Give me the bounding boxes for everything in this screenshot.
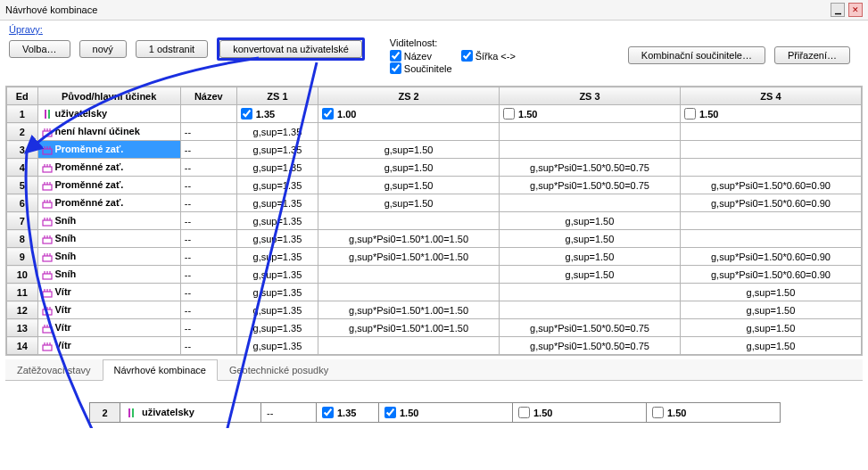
col-zs2[interactable]: ZS 2: [318, 87, 500, 105]
cell-zs3[interactable]: g,sup=1.50: [500, 212, 681, 230]
konvertovat-button[interactable]: konvertovat na uživatelské: [219, 40, 362, 58]
bottom-rownum[interactable]: 2: [90, 403, 120, 423]
cell-puvod[interactable]: Sníh: [37, 248, 180, 266]
cell-zs3[interactable]: g,sup=1.50: [500, 248, 681, 266]
cell-zs2[interactable]: g,sup*Psi0=1.50*1.00=1.50: [318, 319, 500, 337]
row-number[interactable]: 3: [7, 141, 38, 159]
row-number[interactable]: 13: [7, 319, 38, 337]
cell-nazev[interactable]: --: [180, 194, 236, 212]
cell-zs1[interactable]: g,sup=1.35: [236, 284, 318, 301]
col-puvod[interactable]: Původ/hlavní účinek: [37, 87, 180, 105]
zs2-check[interactable]: [322, 108, 334, 120]
cell-zs2[interactable]: [318, 266, 500, 284]
cell-zs2[interactable]: 1.00: [318, 105, 500, 123]
cell-nazev[interactable]: --: [180, 159, 236, 177]
cell-zs3[interactable]: [500, 284, 681, 301]
tab-geo[interactable]: Geotechnické posudky: [218, 359, 340, 380]
cell-zs3[interactable]: [500, 141, 681, 159]
cell-puvod[interactable]: Sníh: [37, 212, 180, 230]
cell-zs4[interactable]: g,sup=1.50: [680, 337, 861, 355]
row-number[interactable]: 11: [7, 284, 38, 301]
table-row[interactable]: 5Proměnné zať.--g,sup=1.35g,sup=1.50g,su…: [7, 177, 862, 194]
row-number[interactable]: 2: [7, 123, 38, 141]
cell-zs1[interactable]: g,sup=1.35: [236, 177, 318, 194]
cell-nazev[interactable]: --: [180, 248, 236, 266]
cell-zs1[interactable]: g,sup=1.35: [236, 337, 318, 355]
row-number[interactable]: 5: [7, 177, 38, 194]
bottom-zs3-check[interactable]: [518, 407, 530, 418]
bottom-zs4[interactable]: 1.50: [647, 403, 781, 423]
novy-button[interactable]: nový: [79, 40, 127, 58]
cell-zs4[interactable]: [680, 212, 861, 230]
cell-nazev[interactable]: --: [180, 266, 236, 284]
prirazeni-button[interactable]: Přiřazení…: [774, 46, 850, 64]
close-button[interactable]: ✕: [848, 3, 863, 17]
cell-zs4[interactable]: [680, 230, 861, 248]
cell-zs2[interactable]: [318, 212, 500, 230]
cell-zs3[interactable]: g,sup*Psi0=1.50*0.50=0.75: [500, 177, 681, 194]
table-row[interactable]: 7Sníh--g,sup=1.35g,sup=1.50: [7, 212, 862, 230]
cell-zs2[interactable]: g,sup=1.50: [318, 141, 500, 159]
cell-zs4[interactable]: g,sup=1.50: [680, 284, 861, 301]
bottom-zs2-check[interactable]: [384, 407, 396, 418]
cell-zs3[interactable]: g,sup=1.50: [500, 266, 681, 284]
cell-zs4[interactable]: g,sup*Psi0=1.50*0.60=0.90: [680, 177, 861, 194]
row-number[interactable]: 9: [7, 248, 38, 266]
zs4-check[interactable]: [684, 108, 696, 120]
cell-zs3[interactable]: g,sup*Psi0=1.50*0.50=0.75: [500, 319, 681, 337]
cell-zs4[interactable]: g,sup*Psi0=1.50*0.60=0.90: [680, 194, 861, 212]
bottom-puvod-cell[interactable]: uživatelsky: [120, 403, 261, 423]
bottom-zs2[interactable]: 1.50: [379, 403, 513, 423]
cell-zs1[interactable]: g,sup=1.35: [236, 194, 318, 212]
cell-nazev[interactable]: --: [180, 301, 236, 319]
cell-nazev[interactable]: [180, 105, 236, 123]
cell-zs2[interactable]: [318, 337, 500, 355]
col-nazev[interactable]: Název: [180, 87, 236, 105]
cell-nazev[interactable]: --: [180, 141, 236, 159]
cell-puvod[interactable]: Proměnné zať.: [37, 177, 180, 194]
row-number[interactable]: 6: [7, 194, 38, 212]
cell-zs1[interactable]: g,sup=1.35: [236, 301, 318, 319]
table-row[interactable]: 14Vítr--g,sup=1.35g,sup*Psi0=1.50*0.50=0…: [7, 337, 862, 355]
cell-zs2[interactable]: g,sup=1.50: [318, 177, 500, 194]
cell-zs3[interactable]: 1.50: [500, 105, 681, 123]
cell-nazev[interactable]: --: [180, 123, 236, 141]
table-row[interactable]: 9Sníh--g,sup=1.35g,sup*Psi0=1.50*1.00=1.…: [7, 248, 862, 266]
row-number[interactable]: 4: [7, 159, 38, 177]
cell-puvod[interactable]: Proměnné zať.: [37, 194, 180, 212]
cell-zs1[interactable]: g,sup=1.35: [236, 141, 318, 159]
row-number[interactable]: 10: [7, 266, 38, 284]
table-row[interactable]: 3Proměnné zať.--g,sup=1.35g,sup=1.50: [7, 141, 862, 159]
bottom-zs1[interactable]: 1.35: [317, 403, 379, 423]
cell-puvod[interactable]: uživatelsky: [37, 105, 180, 123]
cell-zs4[interactable]: g,sup=1.50: [680, 319, 861, 337]
vis-nazev-checkbox[interactable]: [390, 50, 401, 62]
odstranit-button[interactable]: 1 odstranit: [136, 40, 208, 58]
cell-nazev[interactable]: --: [180, 177, 236, 194]
cell-zs3[interactable]: g,sup*Psi0=1.50*0.50=0.75: [500, 159, 681, 177]
table-row[interactable]: 10Sníh--g,sup=1.35g,sup=1.50g,sup*Psi0=1…: [7, 266, 862, 284]
cell-zs2[interactable]: [318, 284, 500, 301]
cell-zs2[interactable]: g,sup*Psi0=1.50*1.00=1.50: [318, 301, 500, 319]
cell-puvod[interactable]: Vítr: [37, 284, 180, 301]
vis-sirka-checkbox[interactable]: [461, 50, 473, 62]
table-row[interactable]: 11Vítr--g,sup=1.35g,sup=1.50: [7, 284, 862, 301]
bottom-zs4-check[interactable]: [652, 407, 664, 418]
cell-zs1[interactable]: g,sup=1.35: [236, 248, 318, 266]
row-number[interactable]: 8: [7, 230, 38, 248]
tab-zatezovaci[interactable]: Zatěžovací stavy: [5, 359, 103, 380]
cell-zs3[interactable]: g,sup*Psi0=1.50*0.50=0.75: [500, 337, 681, 355]
cell-zs1[interactable]: g,sup=1.35: [236, 212, 318, 230]
cell-zs4[interactable]: [680, 159, 861, 177]
cell-nazev[interactable]: --: [180, 212, 236, 230]
bottom-zs1-check[interactable]: [322, 407, 334, 418]
cell-zs4[interactable]: 1.50: [680, 105, 861, 123]
cell-zs2[interactable]: g,sup=1.50: [318, 194, 500, 212]
cell-zs2[interactable]: g,sup=1.50: [318, 159, 500, 177]
row-number[interactable]: 14: [7, 337, 38, 355]
cell-zs1[interactable]: 1.35: [236, 105, 318, 123]
cell-puvod[interactable]: Proměnné zať.: [37, 141, 180, 159]
zs3-check[interactable]: [503, 108, 515, 120]
cell-zs2[interactable]: [318, 123, 500, 141]
cell-zs3[interactable]: [500, 194, 681, 212]
